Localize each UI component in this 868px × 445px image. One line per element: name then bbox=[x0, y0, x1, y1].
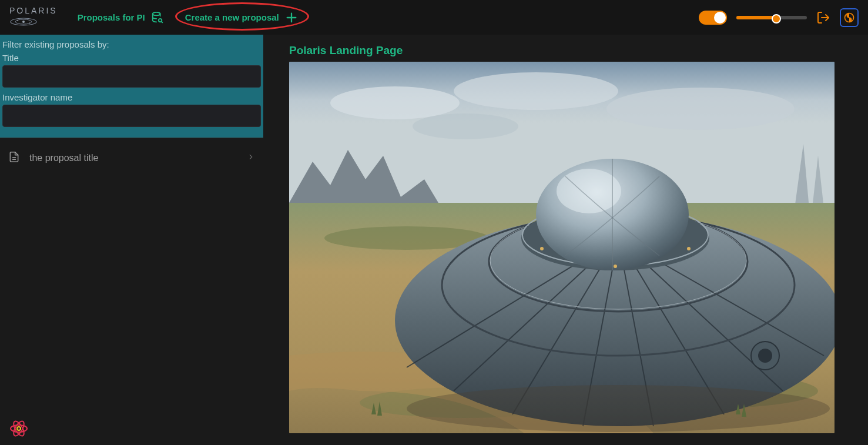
plus-icon bbox=[285, 11, 298, 24]
svg-point-41 bbox=[687, 247, 691, 250]
main-content: Polaris Landing Page bbox=[263, 35, 868, 445]
logout-button[interactable] bbox=[816, 11, 830, 25]
investigator-filter-input[interactable] bbox=[2, 105, 261, 127]
database-search-icon bbox=[151, 11, 164, 24]
yin-yang-icon bbox=[843, 12, 855, 24]
svg-point-19 bbox=[413, 113, 518, 139]
brand-name: POLARIS bbox=[9, 6, 58, 15]
svg-point-44 bbox=[758, 349, 772, 363]
nav-proposals-for-pi[interactable]: Proposals for PI bbox=[72, 8, 170, 28]
nav-proposals-label: Proposals for PI bbox=[78, 12, 145, 22]
svg-point-3 bbox=[17, 20, 18, 21]
nav-create-label: Create a new proposal bbox=[185, 12, 279, 22]
brand-logo: POLARIS bbox=[9, 6, 58, 29]
svg-point-40 bbox=[540, 247, 544, 250]
proposal-title: the proposal title bbox=[29, 153, 98, 163]
svg-point-14 bbox=[18, 427, 20, 430]
svg-point-5 bbox=[152, 12, 160, 15]
color-mode-button[interactable] bbox=[840, 8, 859, 27]
svg-point-45 bbox=[407, 385, 830, 432]
logout-icon bbox=[816, 11, 830, 25]
svg-point-17 bbox=[454, 72, 618, 110]
nav-create-proposal[interactable]: Create a new proposal bbox=[179, 8, 304, 28]
title-filter-input[interactable] bbox=[2, 65, 261, 88]
svg-point-16 bbox=[330, 86, 460, 119]
svg-point-42 bbox=[614, 265, 617, 268]
document-icon bbox=[8, 151, 20, 165]
svg-point-4 bbox=[29, 22, 29, 23]
svg-point-18 bbox=[606, 88, 795, 130]
galaxy-swirl-icon bbox=[9, 16, 38, 27]
chevron-right-icon bbox=[247, 153, 255, 163]
landing-hero-image bbox=[289, 62, 835, 433]
filter-section: Filter existing proposals by: Title Inve… bbox=[0, 35, 263, 138]
title-field-label: Title bbox=[2, 53, 261, 63]
sidebar-filter-panel: Filter existing proposals by: Title Inve… bbox=[0, 35, 263, 445]
page-title: Polaris Landing Page bbox=[289, 44, 842, 57]
proposal-list: the proposal title bbox=[0, 138, 263, 171]
investigator-field-label: Investigator name bbox=[2, 92, 261, 102]
top-header: POLARIS Proposals for PI Create a ne bbox=[0, 0, 868, 35]
proposal-list-item[interactable]: the proposal title bbox=[0, 145, 263, 171]
atom-flower-badge-icon bbox=[8, 418, 29, 439]
theme-toggle[interactable] bbox=[699, 11, 727, 25]
svg-point-39 bbox=[557, 169, 621, 213]
svg-point-2 bbox=[22, 21, 25, 23]
brightness-slider[interactable] bbox=[736, 16, 807, 19]
filter-heading: Filter existing proposals by: bbox=[2, 39, 261, 49]
header-right-controls bbox=[699, 8, 859, 27]
